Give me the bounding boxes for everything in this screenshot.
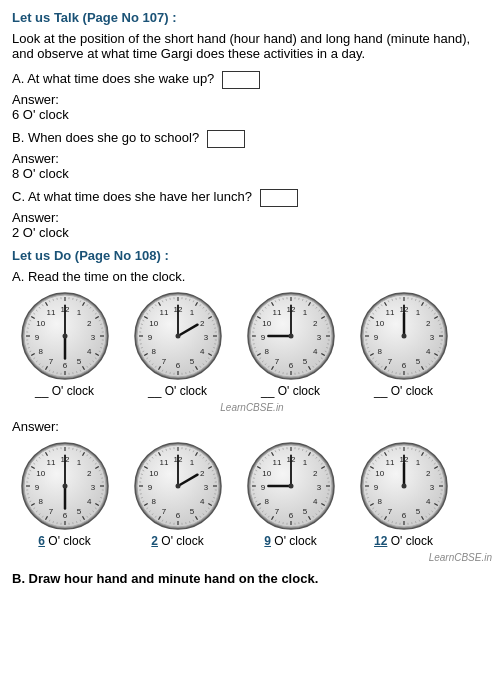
svg-text:4: 4 (312, 347, 317, 356)
answer-clocks-row: 121234567891011 6 O' clock 1212345678910… (12, 442, 492, 548)
svg-text:1: 1 (76, 458, 81, 467)
clock-answer-label: 9 O' clock (264, 534, 316, 548)
svg-text:9: 9 (373, 483, 378, 492)
svg-text:5: 5 (302, 357, 307, 366)
svg-text:4: 4 (425, 347, 430, 356)
svg-text:7: 7 (274, 357, 279, 366)
svg-text:5: 5 (189, 357, 194, 366)
svg-text:11: 11 (385, 308, 394, 317)
svg-text:11: 11 (159, 458, 168, 467)
svg-text:5: 5 (189, 507, 194, 516)
svg-text:11: 11 (272, 308, 281, 317)
clock-label: __ O' clock (261, 384, 320, 398)
answer-value-b: 8 O' clock (12, 166, 492, 181)
svg-text:2: 2 (425, 319, 430, 328)
clock-item: 121234567891011 __ O' clock (125, 292, 230, 398)
svg-text:2: 2 (199, 319, 204, 328)
svg-text:10: 10 (375, 319, 384, 328)
let-us-talk-title: Let us Talk (Page No 107) : (12, 10, 492, 25)
svg-text:9: 9 (260, 333, 265, 342)
svg-text:6: 6 (288, 361, 293, 370)
svg-text:2: 2 (425, 469, 430, 478)
svg-text:3: 3 (90, 333, 95, 342)
clock-label: __ O' clock (148, 384, 207, 398)
svg-text:4: 4 (86, 347, 91, 356)
clock-item: 121234567891011 __ O' clock (238, 292, 343, 398)
svg-text:4: 4 (199, 497, 204, 506)
svg-text:11: 11 (159, 308, 168, 317)
svg-text:10: 10 (262, 469, 271, 478)
svg-point-538 (288, 484, 293, 489)
svg-point-153 (175, 334, 180, 339)
svg-text:7: 7 (274, 507, 279, 516)
svg-text:6: 6 (401, 361, 406, 370)
answer-value-c: 2 O' clock (12, 225, 492, 240)
svg-text:3: 3 (203, 333, 208, 342)
svg-text:11: 11 (46, 458, 55, 467)
svg-text:6: 6 (62, 511, 67, 520)
answer-label-b: Answer: (12, 151, 492, 166)
svg-text:11: 11 (272, 458, 281, 467)
svg-text:2: 2 (86, 469, 91, 478)
svg-text:8: 8 (38, 497, 43, 506)
svg-text:9: 9 (147, 483, 152, 492)
svg-text:2: 2 (312, 469, 317, 478)
svg-text:1: 1 (302, 458, 307, 467)
svg-text:5: 5 (302, 507, 307, 516)
svg-text:8: 8 (151, 347, 156, 356)
svg-text:3: 3 (316, 333, 321, 342)
input-box-b[interactable] (207, 130, 245, 148)
svg-text:3: 3 (203, 483, 208, 492)
input-box-a[interactable] (222, 71, 260, 89)
clock-answer-label: 12 O' clock (374, 534, 433, 548)
svg-point-76 (62, 334, 67, 339)
svg-point-615 (401, 484, 406, 489)
svg-text:9: 9 (147, 333, 152, 342)
svg-text:2: 2 (86, 319, 91, 328)
question-c: C. At what time does she have her lunch? (12, 189, 492, 207)
answer-label-a: Answer: (12, 92, 492, 107)
svg-text:1: 1 (76, 308, 81, 317)
svg-text:2: 2 (312, 319, 317, 328)
svg-text:6: 6 (62, 361, 67, 370)
svg-text:3: 3 (90, 483, 95, 492)
svg-text:4: 4 (425, 497, 430, 506)
clock-answer-item: 121234567891011 12 O' clock (351, 442, 456, 548)
intro-text: Look at the position of the short hand (… (12, 31, 492, 61)
clock-answer-item: 121234567891011 2 O' clock (125, 442, 230, 548)
learncbse-watermark-2: LearnCBSE.in (12, 552, 492, 563)
svg-text:4: 4 (312, 497, 317, 506)
svg-text:7: 7 (161, 357, 166, 366)
answer-section-label: Answer: (12, 419, 492, 434)
clock-label: __ O' clock (374, 384, 433, 398)
clock-answer-item: 121234567891011 6 O' clock (12, 442, 117, 548)
svg-text:4: 4 (199, 347, 204, 356)
svg-text:6: 6 (175, 511, 180, 520)
svg-text:3: 3 (429, 483, 434, 492)
svg-text:10: 10 (149, 319, 158, 328)
svg-text:10: 10 (36, 469, 45, 478)
svg-point-230 (288, 334, 293, 339)
svg-text:8: 8 (38, 347, 43, 356)
svg-text:10: 10 (149, 469, 158, 478)
svg-point-307 (401, 334, 406, 339)
qa-section: A. At what time does she wake up? Answer… (12, 71, 492, 240)
let-us-do-title: Let us Do (Page No 108) : (12, 248, 492, 263)
svg-text:1: 1 (189, 308, 194, 317)
svg-text:8: 8 (377, 497, 382, 506)
input-box-c[interactable] (260, 189, 298, 207)
svg-text:5: 5 (76, 507, 81, 516)
svg-text:2: 2 (199, 469, 204, 478)
svg-text:8: 8 (264, 497, 269, 506)
svg-text:7: 7 (48, 507, 53, 516)
question-a: A. At what time does she wake up? (12, 71, 492, 89)
svg-text:10: 10 (36, 319, 45, 328)
answer-value-a: 6 O' clock (12, 107, 492, 122)
qa-item-b: B. When does she go to school? Answer: 8… (12, 130, 492, 181)
section-b-title: B. Draw hour hand and minute hand on the… (12, 571, 492, 586)
question-clocks-row: 121234567891011 __ O' clock 121234567891… (12, 292, 492, 398)
answer-label-c: Answer: (12, 210, 492, 225)
clock-answer-label: 2 O' clock (151, 534, 203, 548)
svg-text:9: 9 (260, 483, 265, 492)
clock-item: 121234567891011 __ O' clock (12, 292, 117, 398)
